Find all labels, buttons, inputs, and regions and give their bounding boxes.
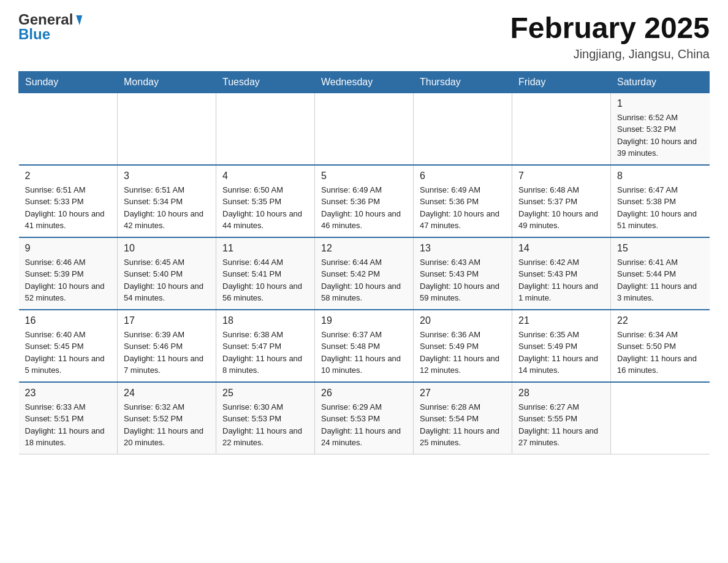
weekday-header-tuesday: Tuesday <box>216 71 315 93</box>
day-number: 6 <box>420 170 506 182</box>
calendar-cell: 17Sunrise: 6:39 AMSunset: 5:46 PMDayligh… <box>118 310 216 382</box>
day-number: 8 <box>617 170 703 182</box>
day-info: Sunrise: 6:43 AMSunset: 5:43 PMDaylight:… <box>420 256 506 304</box>
day-info: Sunrise: 6:49 AMSunset: 5:36 PMDaylight:… <box>321 184 407 232</box>
day-info: Sunrise: 6:40 AMSunset: 5:45 PMDaylight:… <box>25 329 112 377</box>
weekday-header-saturday: Saturday <box>611 71 710 93</box>
day-info: Sunrise: 6:51 AMSunset: 5:33 PMDaylight:… <box>25 184 112 232</box>
day-info: Sunrise: 6:45 AMSunset: 5:40 PMDaylight:… <box>124 256 210 304</box>
day-number: 27 <box>420 388 506 399</box>
day-info: Sunrise: 6:34 AMSunset: 5:50 PMDaylight:… <box>617 329 703 377</box>
calendar-cell: 25Sunrise: 6:30 AMSunset: 5:53 PMDayligh… <box>216 382 315 454</box>
calendar-cell: 15Sunrise: 6:41 AMSunset: 5:44 PMDayligh… <box>611 237 710 310</box>
day-info: Sunrise: 6:50 AMSunset: 5:35 PMDaylight:… <box>222 184 308 232</box>
day-info: Sunrise: 6:36 AMSunset: 5:49 PMDaylight:… <box>420 329 506 377</box>
day-info: Sunrise: 6:44 AMSunset: 5:42 PMDaylight:… <box>321 256 407 304</box>
day-info: Sunrise: 6:51 AMSunset: 5:34 PMDaylight:… <box>124 184 210 232</box>
weekday-header-row: SundayMondayTuesdayWednesdayThursdayFrid… <box>19 71 710 93</box>
day-info: Sunrise: 6:32 AMSunset: 5:52 PMDaylight:… <box>124 401 210 449</box>
calendar-cell: 2Sunrise: 6:51 AMSunset: 5:33 PMDaylight… <box>19 165 118 237</box>
weekday-header-thursday: Thursday <box>414 71 512 93</box>
calendar-cell: 8Sunrise: 6:47 AMSunset: 5:38 PMDaylight… <box>611 165 710 237</box>
day-number: 19 <box>321 315 407 326</box>
day-number: 17 <box>124 315 210 326</box>
day-info: Sunrise: 6:49 AMSunset: 5:36 PMDaylight:… <box>420 184 506 232</box>
calendar-cell: 9Sunrise: 6:46 AMSunset: 5:39 PMDaylight… <box>19 237 118 310</box>
calendar-cell: 28Sunrise: 6:27 AMSunset: 5:55 PMDayligh… <box>512 382 611 454</box>
day-number: 20 <box>420 315 506 326</box>
calendar-cell <box>414 93 512 165</box>
calendar-cell: 3Sunrise: 6:51 AMSunset: 5:34 PMDaylight… <box>118 165 216 237</box>
day-info: Sunrise: 6:48 AMSunset: 5:37 PMDaylight:… <box>518 184 604 232</box>
calendar-cell: 22Sunrise: 6:34 AMSunset: 5:50 PMDayligh… <box>611 310 710 382</box>
calendar-table: SundayMondayTuesdayWednesdayThursdayFrid… <box>18 71 710 454</box>
calendar-cell: 26Sunrise: 6:29 AMSunset: 5:53 PMDayligh… <box>315 382 414 454</box>
day-number: 23 <box>25 388 112 399</box>
calendar-cell: 21Sunrise: 6:35 AMSunset: 5:49 PMDayligh… <box>512 310 611 382</box>
calendar-cell <box>118 93 216 165</box>
calendar-week-row: 16Sunrise: 6:40 AMSunset: 5:45 PMDayligh… <box>19 310 710 382</box>
weekday-header-monday: Monday <box>118 71 216 93</box>
calendar-cell: 27Sunrise: 6:28 AMSunset: 5:54 PMDayligh… <box>414 382 512 454</box>
day-info: Sunrise: 6:30 AMSunset: 5:53 PMDaylight:… <box>222 401 308 449</box>
logo-triangle-icon <box>74 15 82 25</box>
day-number: 5 <box>321 170 407 182</box>
month-title: February 2025 <box>510 12 710 45</box>
day-number: 10 <box>124 243 210 254</box>
calendar-cell: 7Sunrise: 6:48 AMSunset: 5:37 PMDaylight… <box>512 165 611 237</box>
calendar-cell: 4Sunrise: 6:50 AMSunset: 5:35 PMDaylight… <box>216 165 315 237</box>
calendar-cell: 10Sunrise: 6:45 AMSunset: 5:40 PMDayligh… <box>118 237 216 310</box>
day-info: Sunrise: 6:38 AMSunset: 5:47 PMDaylight:… <box>222 329 308 377</box>
calendar-cell <box>216 93 315 165</box>
day-number: 26 <box>321 388 407 399</box>
day-number: 16 <box>25 315 112 326</box>
calendar-body: 1Sunrise: 6:52 AMSunset: 5:32 PMDaylight… <box>19 93 710 454</box>
weekday-header-friday: Friday <box>512 71 611 93</box>
calendar-cell: 19Sunrise: 6:37 AMSunset: 5:48 PMDayligh… <box>315 310 414 382</box>
calendar-cell: 12Sunrise: 6:44 AMSunset: 5:42 PMDayligh… <box>315 237 414 310</box>
day-info: Sunrise: 6:27 AMSunset: 5:55 PMDaylight:… <box>518 401 604 449</box>
calendar-cell: 23Sunrise: 6:33 AMSunset: 5:51 PMDayligh… <box>19 382 118 454</box>
day-number: 3 <box>124 170 210 182</box>
calendar-cell: 24Sunrise: 6:32 AMSunset: 5:52 PMDayligh… <box>118 382 216 454</box>
location-subtitle: Jingjiang, Jiangsu, China <box>510 47 710 61</box>
day-info: Sunrise: 6:41 AMSunset: 5:44 PMDaylight:… <box>617 256 703 304</box>
calendar-cell: 6Sunrise: 6:49 AMSunset: 5:36 PMDaylight… <box>414 165 512 237</box>
day-number: 7 <box>518 170 604 182</box>
calendar-header: SundayMondayTuesdayWednesdayThursdayFrid… <box>19 71 710 93</box>
day-number: 22 <box>617 315 703 326</box>
calendar-cell <box>512 93 611 165</box>
day-info: Sunrise: 6:47 AMSunset: 5:38 PMDaylight:… <box>617 184 703 232</box>
day-number: 28 <box>518 388 604 399</box>
day-info: Sunrise: 6:44 AMSunset: 5:41 PMDaylight:… <box>222 256 308 304</box>
calendar-cell: 1Sunrise: 6:52 AMSunset: 5:32 PMDaylight… <box>611 93 710 165</box>
day-info: Sunrise: 6:39 AMSunset: 5:46 PMDaylight:… <box>124 329 210 377</box>
calendar-cell: 5Sunrise: 6:49 AMSunset: 5:36 PMDaylight… <box>315 165 414 237</box>
calendar-week-row: 23Sunrise: 6:33 AMSunset: 5:51 PMDayligh… <box>19 382 710 454</box>
day-number: 14 <box>518 243 604 254</box>
logo-general-text: General <box>18 12 73 27</box>
calendar-week-row: 9Sunrise: 6:46 AMSunset: 5:39 PMDaylight… <box>19 237 710 310</box>
page-header: General Blue February 2025 Jingjiang, Ji… <box>18 12 710 61</box>
calendar-week-row: 1Sunrise: 6:52 AMSunset: 5:32 PMDaylight… <box>19 93 710 165</box>
calendar-cell <box>611 382 710 454</box>
day-info: Sunrise: 6:33 AMSunset: 5:51 PMDaylight:… <box>25 401 112 449</box>
day-info: Sunrise: 6:42 AMSunset: 5:43 PMDaylight:… <box>518 256 604 304</box>
day-number: 4 <box>222 170 308 182</box>
calendar-cell: 14Sunrise: 6:42 AMSunset: 5:43 PMDayligh… <box>512 237 611 310</box>
day-number: 18 <box>222 315 308 326</box>
day-info: Sunrise: 6:52 AMSunset: 5:32 PMDaylight:… <box>617 112 703 159</box>
logo-blue-text: Blue <box>18 26 50 42</box>
day-info: Sunrise: 6:29 AMSunset: 5:53 PMDaylight:… <box>321 401 407 449</box>
day-number: 25 <box>222 388 308 399</box>
day-number: 21 <box>518 315 604 326</box>
calendar-cell: 13Sunrise: 6:43 AMSunset: 5:43 PMDayligh… <box>414 237 512 310</box>
day-number: 15 <box>617 243 703 254</box>
calendar-cell <box>19 93 118 165</box>
day-info: Sunrise: 6:28 AMSunset: 5:54 PMDaylight:… <box>420 401 506 449</box>
day-number: 1 <box>617 98 703 109</box>
weekday-header-wednesday: Wednesday <box>315 71 414 93</box>
day-number: 24 <box>124 388 210 399</box>
day-number: 2 <box>25 170 112 182</box>
calendar-cell: 18Sunrise: 6:38 AMSunset: 5:47 PMDayligh… <box>216 310 315 382</box>
